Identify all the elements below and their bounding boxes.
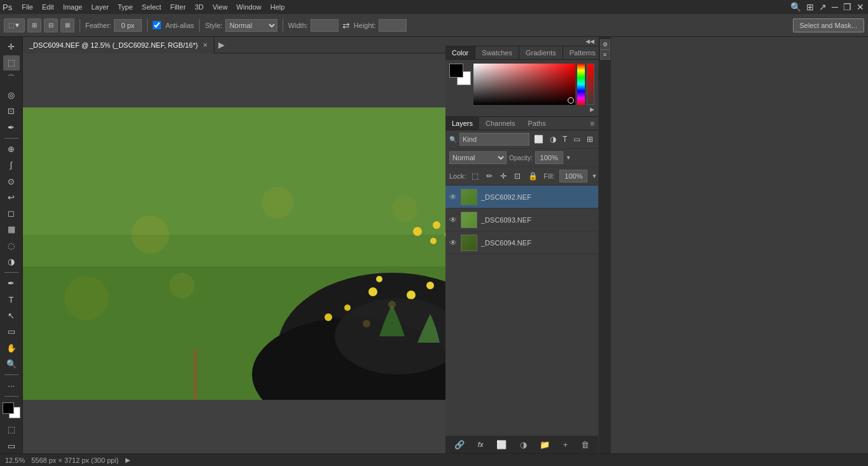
menu-image[interactable]: Image <box>59 2 87 12</box>
zoom-tool[interactable]: 🔍 <box>3 357 20 371</box>
mini-panel-btn-1[interactable]: ⚙ <box>600 39 610 50</box>
color-opacity-bar[interactable] <box>587 64 594 105</box>
shape-tool[interactable]: ▭ <box>3 324 20 339</box>
quick-mask-btn[interactable]: ⬚ <box>3 422 20 437</box>
lock-position-btn[interactable]: ✛ <box>498 171 508 181</box>
screen-mode-btn[interactable]: ▭ <box>3 439 20 453</box>
menu-edit[interactable]: Edit <box>38 2 59 12</box>
add-selection-btn[interactable]: ⊞ <box>27 18 41 32</box>
style-select[interactable]: Normal Fixed Ratio Fixed Size <box>225 19 277 32</box>
shape-layer-filter[interactable]: ▭ <box>571 134 582 144</box>
crop-tool[interactable]: ⊡ <box>3 104 20 118</box>
brush-tool[interactable]: ∫ <box>3 158 20 172</box>
subtract-selection-btn[interactable]: ⊟ <box>44 18 58 32</box>
opacity-arrow[interactable]: ▼ <box>566 154 571 161</box>
stamp-tool[interactable]: ⊙ <box>3 174 20 188</box>
status-arrow-btn[interactable]: ▶ <box>125 456 130 463</box>
fill-input[interactable] <box>559 170 587 182</box>
blend-mode-select[interactable]: Normal Multiply Screen Overlay <box>449 151 507 164</box>
fx-btn[interactable]: fx <box>475 440 486 449</box>
panels-collapse-btn[interactable]: ◀◀ <box>584 38 596 45</box>
layer-item[interactable]: 👁 _DSC6094.NEF <box>445 231 598 254</box>
delete-layer-btn[interactable]: 🗑 <box>578 439 592 451</box>
heal-tool[interactable]: ⊕ <box>3 142 20 156</box>
color-tab[interactable]: Color <box>445 46 475 59</box>
new-layer-btn[interactable]: + <box>561 439 571 451</box>
gradient-tool[interactable]: ▦ <box>3 222 20 236</box>
lock-artboard-btn[interactable]: ⊡ <box>512 171 522 181</box>
layer-visibility-btn-0[interactable]: 👁 <box>449 193 457 202</box>
intersect-selection-btn[interactable]: ⊠ <box>60 18 74 32</box>
feather-input[interactable] <box>114 19 142 32</box>
marquee-tool[interactable]: ⬚ <box>3 55 20 70</box>
color-spectrum-bar[interactable] <box>577 64 585 105</box>
menu-select[interactable]: Select <box>137 2 166 12</box>
fg-color-swatch[interactable] <box>3 402 14 414</box>
add-mask-btn[interactable]: ⬜ <box>494 439 509 451</box>
menu-help[interactable]: Help <box>266 2 290 12</box>
swap-wh-btn[interactable]: ⇄ <box>341 19 351 32</box>
channels-tab[interactable]: Channels <box>479 117 521 130</box>
pen-tool[interactable]: ✒ <box>3 276 20 291</box>
fg-panel-color[interactable] <box>449 64 463 78</box>
mini-panel-btn-2[interactable]: ≡ <box>600 50 610 60</box>
fg-bg-panel-swatches[interactable] <box>449 64 471 85</box>
select-mask-btn[interactable]: Select and Mask... <box>793 18 865 32</box>
menu-view[interactable]: View <box>208 2 232 12</box>
blur-tool[interactable]: ◌ <box>3 238 20 253</box>
fill-arrow[interactable]: ▼ <box>591 173 597 179</box>
history-brush-tool[interactable]: ↩ <box>3 190 20 205</box>
layout-btn[interactable]: ⊞ <box>805 1 815 13</box>
adjustment-layer-btn[interactable]: ◑ <box>517 439 529 451</box>
search-icon-btn[interactable]: 🔍 <box>789 1 802 13</box>
menu-type[interactable]: Type <box>113 2 137 12</box>
smart-object-filter[interactable]: ⊞ <box>585 134 595 144</box>
eraser-tool[interactable]: ◻ <box>3 206 20 221</box>
layer-item[interactable]: 👁 _DSC6093.NEF <box>445 209 598 231</box>
layers-tab[interactable]: Layers <box>445 117 479 130</box>
adjustment-layer-filter[interactable]: ◑ <box>548 134 558 144</box>
menu-layer[interactable]: Layer <box>87 2 113 12</box>
layer-visibility-btn-1[interactable]: 👁 <box>449 216 457 224</box>
gradients-tab[interactable]: Gradients <box>519 46 563 59</box>
eyedropper-tool[interactable]: ✒ <box>3 120 20 135</box>
new-selection-btn[interactable]: ⬚▼ <box>4 18 25 32</box>
menu-3d[interactable]: 3D <box>190 2 208 12</box>
more-tools-btn[interactable]: ··· <box>3 378 20 393</box>
paths-tab[interactable]: Paths <box>522 117 552 130</box>
lock-image-btn[interactable]: ✏ <box>484 171 494 181</box>
height-input[interactable] <box>379 19 407 32</box>
close-btn[interactable]: ✕ <box>855 1 865 13</box>
tab-close-btn[interactable]: × <box>203 41 207 50</box>
lock-all-btn[interactable]: 🔒 <box>526 171 540 181</box>
anti-alias-checkbox[interactable] <box>153 21 161 29</box>
move-tool[interactable]: ✛ <box>3 39 20 54</box>
tab-scroll-right[interactable]: ▶ <box>214 40 228 50</box>
link-layers-btn[interactable]: 🔗 <box>452 439 467 451</box>
menu-file[interactable]: File <box>17 2 38 12</box>
text-tool[interactable]: T <box>3 292 20 306</box>
menu-filter[interactable]: Filter <box>165 2 190 12</box>
lasso-tool[interactable]: ⌒ <box>3 72 20 86</box>
text-layer-filter[interactable]: T <box>561 134 569 144</box>
menu-window[interactable]: Window <box>232 2 266 12</box>
document-tab[interactable]: _DSC6094.NEF @ 12.5% (_DSC6092.NEF, RGB/… <box>23 37 214 53</box>
opacity-input[interactable] <box>535 151 563 164</box>
width-input[interactable] <box>311 19 339 32</box>
layer-visibility-btn-2[interactable]: 👁 <box>449 238 457 247</box>
restore-btn[interactable]: ❐ <box>842 1 853 13</box>
share-btn[interactable]: ↗ <box>818 1 828 13</box>
patterns-tab[interactable]: Patterns <box>563 46 603 59</box>
path-tool[interactable]: ↖ <box>3 308 20 323</box>
lock-transparent-btn[interactable]: ⬚ <box>470 171 480 181</box>
hand-tool[interactable]: ✋ <box>3 340 20 355</box>
layers-kind-filter[interactable] <box>459 133 529 146</box>
color-gradient-picker[interactable] <box>473 64 575 105</box>
pixel-layer-filter[interactable]: ⬜ <box>532 134 545 144</box>
fg-bg-color-selector[interactable] <box>3 402 20 418</box>
layer-item[interactable]: 👁 _DSC6092.NEF <box>445 186 598 209</box>
new-group-btn[interactable]: 📁 <box>537 439 552 451</box>
minimize-btn[interactable]: ─ <box>830 1 839 13</box>
dodge-tool[interactable]: ◑ <box>3 254 20 269</box>
quick-select-tool[interactable]: ◎ <box>3 88 20 102</box>
